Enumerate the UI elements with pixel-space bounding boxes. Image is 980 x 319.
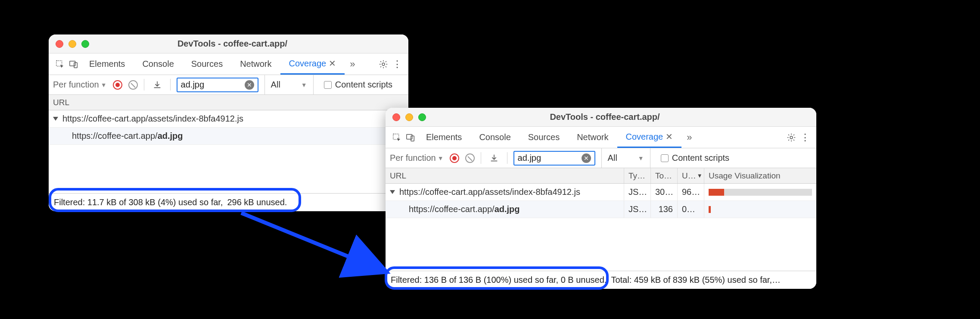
device-toolbar-icon[interactable] [404,131,417,144]
inspect-element-icon[interactable] [53,57,67,71]
device-toolbar-icon[interactable] [67,57,81,71]
svg-rect-6 [411,136,414,141]
export-button[interactable] [487,151,501,165]
row-usage [704,201,816,218]
row-url: https://coffee-cart.app/ad.jpg [72,131,183,141]
svg-rect-1 [70,61,75,66]
table-row[interactable]: https://coffee-cart.app/ad.jpg JS… 136 0… [386,201,816,218]
zoom-window-icon[interactable] [418,113,426,121]
status-bar: Filtered: 11.7 kB of 308 kB (4%) used so… [49,193,408,211]
checkbox-icon [324,81,332,89]
close-window-icon[interactable] [56,40,63,48]
status-bar: Filtered: 136 B of 136 B (100%) used so … [386,271,816,289]
panel-tabs: Elements Console Sources Network Coverag… [386,127,816,148]
clear-filter-icon[interactable]: ✕ [245,80,254,90]
coverage-toolbar: Per function▼ ad.jpg ✕ All▼ Content scri… [49,75,408,95]
close-window-icon[interactable] [392,113,400,121]
svg-point-7 [790,136,793,139]
tab-network[interactable]: Network [231,53,280,75]
close-tab-icon[interactable]: ✕ [329,58,336,69]
status-filtered: Filtered: 11.7 kB of 308 kB (4%) used so… [54,197,223,207]
table-row[interactable]: https://coffee-cart.app/assets/index-8bf… [386,184,816,201]
granularity-select[interactable]: Per function▼ [390,153,444,163]
tab-sources[interactable]: Sources [183,53,231,75]
col-total[interactable]: To… [651,168,678,183]
panel-tabs: Elements Console Sources Network Coverag… [49,53,408,75]
export-button[interactable] [150,78,164,92]
row-url: https://coffee-cart.app/assets/index-8bf… [62,114,243,124]
kebab-menu-icon[interactable]: ⋮ [798,131,812,144]
col-url[interactable]: URL [49,95,408,110]
window-title: DevTools - coffee-cart.app/ [89,39,376,49]
status-unused: 296 kB unused. [227,197,287,207]
clear-button[interactable] [128,80,138,90]
settings-gear-icon[interactable] [784,131,798,144]
row-type: JS… [624,184,651,200]
granularity-select[interactable]: Per function▼ [53,80,107,90]
row-url: https://coffee-cart.app/ad.jpg [409,204,520,214]
more-tabs-icon[interactable]: » [687,132,692,143]
tab-console[interactable]: Console [134,53,182,75]
svg-rect-2 [74,63,77,68]
checkbox-icon [661,154,669,162]
tab-coverage[interactable]: Coverage ✕ [617,127,682,148]
tab-elements[interactable]: Elements [81,53,134,75]
zoom-window-icon[interactable] [81,40,89,48]
table-row[interactable]: https://coffee-cart.app/ad.jpg [49,128,408,145]
url-filter-input[interactable]: ad.jpg ✕ [177,78,258,92]
tab-console[interactable]: Console [470,127,519,148]
more-tabs-icon[interactable]: » [350,59,355,70]
window-title: DevTools - coffee-cart.app/ [426,112,784,122]
row-total: 136 [651,201,678,218]
chevron-down-icon: ▼ [638,155,644,162]
record-button[interactable] [450,153,459,163]
col-type[interactable]: Ty… [624,168,651,183]
tab-coverage-label: Coverage [289,59,327,69]
disclosure-triangle-icon[interactable] [390,190,395,194]
svg-rect-5 [407,134,412,139]
content-scripts-checkbox[interactable]: Content scripts [324,80,392,90]
record-button[interactable] [113,80,122,90]
tab-sources[interactable]: Sources [520,127,568,148]
table-row[interactable]: https://coffee-cart.app/assets/index-8bf… [49,110,408,128]
filter-text: ad.jpg [181,80,205,90]
col-usage[interactable]: Usage Visualization [704,168,816,183]
col-url[interactable]: URL [386,168,624,183]
col-unused[interactable]: U…▼ [678,168,704,183]
status-total: Total: 459 kB of 839 kB (55%) used so fa… [611,275,781,285]
table-header: URL [49,95,408,110]
svg-point-3 [382,63,385,66]
chevron-down-icon: ▼ [101,81,107,88]
tab-network[interactable]: Network [568,127,617,148]
row-type: JS… [624,201,651,218]
coverage-type-select[interactable]: All▼ [264,75,314,94]
inspect-element-icon[interactable] [390,131,404,144]
coverage-toolbar: Per function▼ ad.jpg ✕ All▼ Content scri… [386,148,816,168]
devtools-window-after: DevTools - coffee-cart.app/ Elements Con… [386,108,816,289]
row-unused: 96… [678,184,704,200]
tab-elements[interactable]: Elements [417,127,470,148]
row-unused: 0… [678,201,704,218]
tab-coverage[interactable]: Coverage ✕ [280,53,345,75]
disclosure-triangle-icon[interactable] [53,117,58,121]
minimize-window-icon[interactable] [68,40,76,48]
clear-button[interactable] [465,153,475,163]
url-filter-input[interactable]: ad.jpg ✕ [513,151,595,166]
minimize-window-icon[interactable] [405,113,413,121]
clear-filter-icon[interactable]: ✕ [582,153,591,163]
sort-desc-icon: ▼ [697,172,703,179]
close-tab-icon[interactable]: ✕ [666,131,673,142]
coverage-type-select[interactable]: All▼ [601,148,650,168]
kebab-menu-icon[interactable]: ⋮ [390,57,404,71]
content-scripts-checkbox[interactable]: Content scripts [661,153,729,163]
devtools-window-before: DevTools - coffee-cart.app/ Elements Con… [49,34,408,211]
row-usage [704,184,816,200]
status-filtered: Filtered: 136 B of 136 B (100%) used so … [391,275,607,285]
chevron-down-icon: ▼ [301,81,307,88]
settings-gear-icon[interactable] [376,57,390,71]
window-controls [392,113,426,121]
row-total: 30… [651,184,678,200]
tab-coverage-label: Coverage [626,132,663,142]
window-controls [56,40,89,48]
chevron-down-icon: ▼ [438,155,444,162]
